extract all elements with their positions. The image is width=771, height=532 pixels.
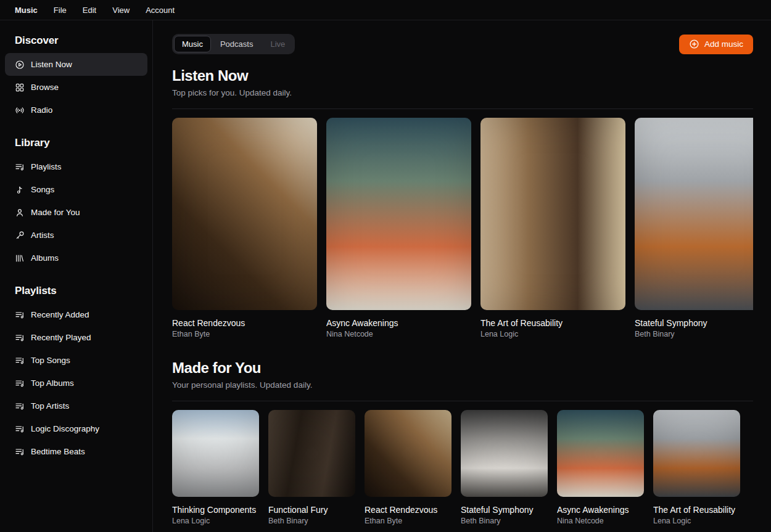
album-title: Functional Fury <box>268 505 355 515</box>
sidebar-item-artists[interactable]: Artists <box>5 224 147 247</box>
album-title: The Art of Reusability <box>480 318 625 328</box>
app-frame: Discover Listen Now Browse Radio Library… <box>0 20 771 532</box>
album-title: React Rendezvous <box>172 318 317 328</box>
section-made-for-you: Made for You Your personal playlists. Up… <box>172 359 753 525</box>
radio-icon <box>15 105 25 115</box>
plus-circle-icon <box>689 39 699 49</box>
album-art <box>268 410 355 497</box>
album-art <box>635 118 753 310</box>
sidebar-item-label: Recently Added <box>31 310 89 319</box>
layout-grid-icon <box>15 83 25 92</box>
album-card[interactable]: Async Awakenings Nina Netcode <box>557 410 644 525</box>
menubar-item-edit[interactable]: Edit <box>75 6 104 15</box>
album-artist: Lena Logic <box>172 517 259 525</box>
section-subtitle: Top picks for you. Updated daily. <box>172 88 753 97</box>
album-title: Async Awakenings <box>326 318 471 328</box>
album-card[interactable]: React Rendezvous Ethan Byte <box>172 118 317 338</box>
album-card[interactable]: Stateful Symphony Beth Binary <box>461 410 548 525</box>
album-title: React Rendezvous <box>365 505 451 515</box>
sidebar-item-listen-now[interactable]: Listen Now <box>5 53 147 76</box>
sidebar-item-label: Top Songs <box>31 356 70 365</box>
add-music-label: Add music <box>704 39 743 49</box>
sidebar-item-label: Radio <box>31 105 52 115</box>
album-artist: Nina Netcode <box>326 330 471 338</box>
sidebar-item-label: Browse <box>31 83 59 92</box>
album-artist: Ethan Byte <box>172 330 317 338</box>
list-music-icon <box>15 310 25 320</box>
library-icon <box>15 253 25 263</box>
add-music-button[interactable]: Add music <box>679 35 753 54</box>
sidebar-item-top-artists[interactable]: Top Artists <box>5 395 147 417</box>
sidebar-item-browse[interactable]: Browse <box>5 76 147 99</box>
album-artist: Beth Binary <box>461 517 548 525</box>
sidebar-item-recently-added[interactable]: Recently Added <box>5 303 147 326</box>
section-subtitle: Your personal playlists. Updated daily. <box>172 380 753 390</box>
album-card[interactable]: The Art of Reusability Lena Logic <box>480 118 625 338</box>
album-card-row: React Rendezvous Ethan Byte Async Awaken… <box>172 118 753 338</box>
sidebar-section-title: Discover <box>5 35 147 47</box>
album-card[interactable]: Functional Fury Beth Binary <box>268 410 355 525</box>
album-card[interactable]: Stateful Symphony Beth Binary <box>635 118 753 338</box>
sidebar-section: Library Playlists Songs Made for You Art… <box>5 137 147 269</box>
album-artist: Beth Binary <box>635 330 753 338</box>
menubar-item-account[interactable]: Account <box>138 6 183 15</box>
sidebar-section-items: Playlists Songs Made for You Artists Alb… <box>5 155 147 269</box>
sidebar-item-songs[interactable]: Songs <box>5 178 147 201</box>
sidebar-item-recently-played[interactable]: Recently Played <box>5 326 147 349</box>
play-circle-icon <box>15 60 25 70</box>
user-icon <box>15 208 25 218</box>
album-artist: Ethan Byte <box>365 517 451 525</box>
sidebar-item-radio[interactable]: Radio <box>5 99 147 121</box>
album-art <box>172 118 317 310</box>
sidebar-item-bedtime-beats[interactable]: Bedtime Beats <box>5 440 147 463</box>
album-artist: Lena Logic <box>653 517 740 525</box>
sidebar-section: Playlists Recently Added Recently Played… <box>5 285 147 463</box>
album-art <box>653 410 740 497</box>
section-title: Made for You <box>172 359 753 377</box>
album-card[interactable]: Thinking Components Lena Logic <box>172 410 259 525</box>
main-content: MusicPodcastsLive Add music Listen Now T… <box>153 20 771 532</box>
sidebar-section: Discover Listen Now Browse Radio <box>5 35 147 121</box>
album-title: The Art of Reusability <box>653 505 740 515</box>
tab-podcasts[interactable]: Podcasts <box>212 36 261 52</box>
sidebar-section-items: Recently Added Recently Played Top Songs… <box>5 303 147 463</box>
list-music-icon <box>15 447 25 457</box>
menubar-item-view[interactable]: View <box>104 6 138 15</box>
sidebar: Discover Listen Now Browse Radio Library… <box>0 20 153 532</box>
album-card[interactable]: The Art of Reusability Lena Logic <box>653 410 740 525</box>
album-art <box>326 118 471 310</box>
album-card-row: Thinking Components Lena Logic Functiona… <box>172 410 753 525</box>
sidebar-section-title: Playlists <box>5 285 147 297</box>
album-title: Stateful Symphony <box>461 505 548 515</box>
sidebar-item-albums[interactable]: Albums <box>5 247 147 269</box>
separator <box>172 108 753 109</box>
sidebar-item-label: Songs <box>31 185 54 194</box>
album-art <box>557 410 644 497</box>
list-music-icon <box>15 424 25 434</box>
list-music-icon <box>15 333 25 343</box>
tab-live[interactable]: Live <box>262 36 293 52</box>
sidebar-item-label: Top Albums <box>31 379 74 388</box>
sidebar-item-label: Listen Now <box>31 60 72 69</box>
sidebar-item-label: Playlists <box>31 162 62 171</box>
album-artist: Beth Binary <box>268 517 355 525</box>
menubar-item-music[interactable]: Music <box>7 6 46 15</box>
album-art <box>461 410 548 497</box>
menubar-item-file[interactable]: File <box>46 6 75 15</box>
tab-music[interactable]: Music <box>174 36 211 52</box>
album-artist: Nina Netcode <box>557 517 644 525</box>
album-title: Stateful Symphony <box>635 318 753 328</box>
sidebar-item-top-songs[interactable]: Top Songs <box>5 349 147 372</box>
album-artist: Lena Logic <box>480 330 625 338</box>
album-title: Thinking Components <box>172 505 259 515</box>
sidebar-section-title: Library <box>5 137 147 149</box>
album-card[interactable]: React Rendezvous Ethan Byte <box>365 410 451 525</box>
album-art <box>172 410 259 497</box>
sidebar-item-logic-discography[interactable]: Logic Discography <box>5 417 147 440</box>
sidebar-item-made-for-you[interactable]: Made for You <box>5 201 147 224</box>
separator <box>172 401 753 401</box>
sidebar-item-top-albums[interactable]: Top Albums <box>5 372 147 395</box>
media-type-tabs: MusicPodcastsLive <box>172 34 295 54</box>
sidebar-item-playlists[interactable]: Playlists <box>5 155 147 178</box>
album-card[interactable]: Async Awakenings Nina Netcode <box>326 118 471 338</box>
